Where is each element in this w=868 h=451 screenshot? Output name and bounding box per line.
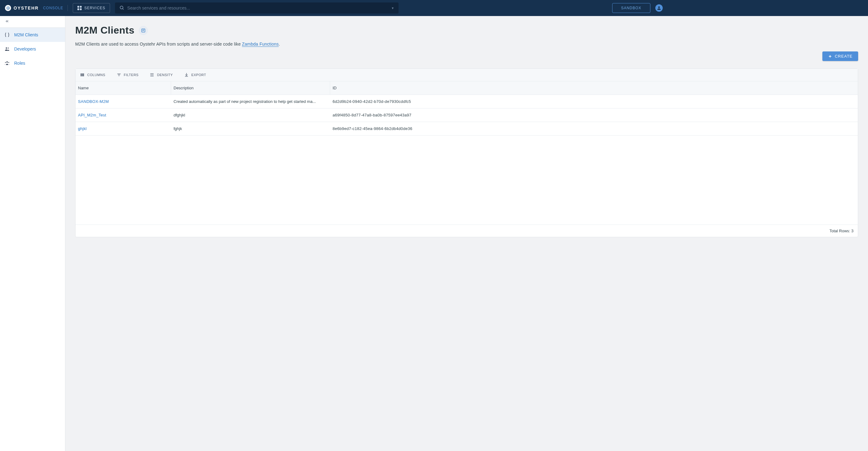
svg-point-6 [5,62,6,63]
svg-rect-14 [82,73,83,76]
services-button[interactable]: SERVICES [73,3,110,13]
profile-button[interactable] [655,4,663,12]
zambda-link[interactable]: Zambda Functions [242,41,279,46]
oystehr-logo-icon [5,5,11,11]
cell-description: fghjk [171,122,330,135]
cell-name: SANDBOX-M2M [75,95,171,108]
m2m-clients-table: COLUMNS FILTERS DENSIT [75,68,858,237]
svg-point-0 [120,6,123,9]
search-icon [119,5,124,11]
table-header-row: Name Description ID [75,81,858,95]
row-name-link[interactable]: ghjkl [78,126,87,131]
density-button[interactable]: DENSITY [148,70,174,79]
chevron-double-left-icon [5,19,9,24]
services-label: SERVICES [84,6,105,10]
svg-point-3 [6,47,7,49]
svg-rect-13 [81,73,82,76]
sidebar: M2M Clients Developers [0,16,65,451]
cell-name: ghjkl [75,122,171,135]
logo-text: OYSTEHR [13,5,39,10]
roles-icon [4,60,10,66]
download-icon [184,72,189,77]
row-name-link[interactable]: SANDBOX-M2M [78,99,109,104]
table-toolbar: COLUMNS FILTERS DENSIT [75,69,858,81]
user-icon [656,5,661,10]
plus-icon [828,54,832,59]
sidebar-item-roles[interactable]: Roles [0,56,65,70]
sidebar-item-label: M2M Clients [14,32,38,37]
main-content: M2M Clients M2M Clients are used to acce… [65,16,868,451]
table-row: API_M2m_Test dfghjkl a69f4850-8d77-47a8-… [75,108,858,122]
cell-id: 8e6b9ed7-c182-45ea-9864-6b2db4d0de36 [330,122,858,135]
column-header-name[interactable]: Name [75,81,171,95]
brackets-icon [4,32,10,38]
developers-icon [4,46,10,52]
row-name-link[interactable]: API_M2m_Test [78,113,106,117]
table-row: SANDBOX-M2M Created automatically as par… [75,95,858,108]
cell-id: 6d2d9b24-0940-42d2-b70d-de7930cddfc5 [330,95,858,108]
column-header-description[interactable]: Description [171,81,330,95]
sidebar-item-developers[interactable]: Developers [0,42,65,56]
console-label: CONSOLE [43,6,63,10]
sidebar-collapse-button[interactable] [0,16,65,28]
sandbox-button[interactable]: SANDBOX [612,3,650,13]
svg-line-1 [123,9,124,9]
page-description: M2M Clients are used to access Oystehr A… [75,41,858,46]
table-body: SANDBOX-M2M Created automatically as par… [75,95,858,225]
create-button[interactable]: CREATE [823,52,858,61]
svg-point-4 [8,47,9,49]
chevron-down-icon[interactable]: ▼ [391,6,394,10]
grid-icon [78,6,82,10]
title-info-icon[interactable] [139,26,148,35]
cell-id: a69f4850-8d77-47a8-ba0b-87597ee43a97 [330,108,858,122]
sidebar-item-m2m-clients[interactable]: M2M Clients [0,28,65,42]
column-header-id[interactable]: ID [330,81,858,95]
cell-name: API_M2m_Test [75,108,171,122]
density-icon [150,72,154,77]
search-input[interactable] [127,5,391,10]
svg-point-5 [6,61,8,63]
page-title: M2M Clients [75,25,134,36]
cell-description: dfghjkl [171,108,330,122]
sidebar-item-label: Roles [14,61,25,66]
search-container[interactable]: ▼ [115,2,399,13]
table-row: ghjkl fghjk 8e6b9ed7-c182-45ea-9864-6b2d… [75,122,858,135]
app-header: OYSTEHR CONSOLE SERVICES ▼ SANDBOX [0,0,868,16]
logo-container[interactable]: OYSTEHR CONSOLE [5,5,68,11]
filters-button[interactable]: FILTERS [115,70,140,79]
columns-button[interactable]: COLUMNS [79,70,107,79]
sidebar-item-label: Developers [14,46,36,52]
svg-rect-15 [83,73,84,76]
export-button[interactable]: EXPORT [183,70,208,79]
table-footer: Total Rows: 3 [75,225,858,237]
columns-icon [80,72,85,77]
cell-description: Created automatically as part of new pro… [171,95,330,108]
svg-point-2 [658,6,660,8]
filter-icon [117,72,121,77]
svg-point-7 [8,62,9,63]
